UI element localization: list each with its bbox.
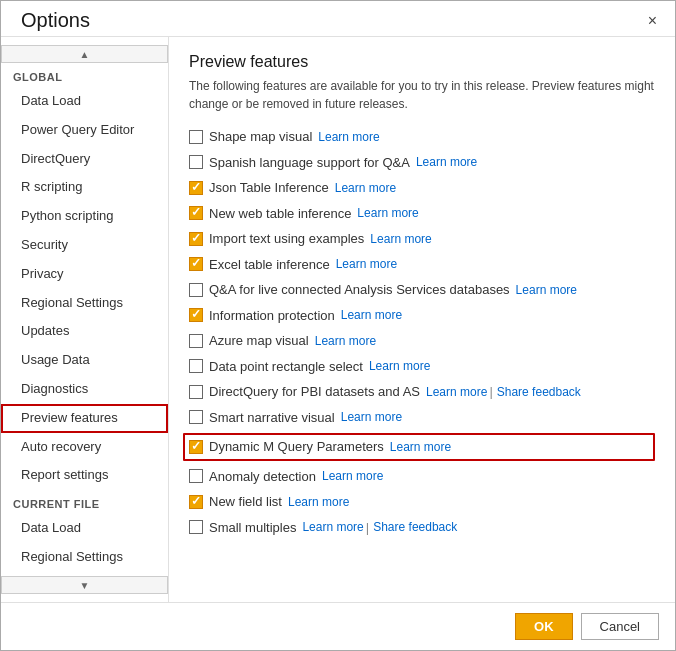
feature-item-spanish-qa: Spanish language support for Q&A Learn m… xyxy=(189,153,655,173)
feature-checkbox-import-text[interactable] xyxy=(189,232,203,246)
sidebar-item-usage-data[interactable]: Usage Data xyxy=(1,346,168,375)
feature-learn-more-azure-map[interactable]: Learn more xyxy=(315,332,376,350)
feature-label-directquery-pbi: DirectQuery for PBI datasets and AS xyxy=(209,382,420,402)
feature-item-json-table: Json Table Inference Learn more xyxy=(189,178,655,198)
sidebar-item-r-scripting[interactable]: R scripting xyxy=(1,173,168,202)
feature-feedback-small-multiples[interactable]: Share feedback xyxy=(373,518,457,536)
feature-learn-more-anomaly-detection[interactable]: Learn more xyxy=(322,467,383,485)
ok-button[interactable]: OK xyxy=(515,613,573,640)
sidebar-item-python-scripting[interactable]: Python scripting xyxy=(1,202,168,231)
feature-item-dynamic-m: Dynamic M Query Parameters Learn more xyxy=(183,433,655,461)
feature-label-small-multiples: Small multiples xyxy=(209,518,296,538)
feature-item-import-text: Import text using examples Learn more xyxy=(189,229,655,249)
feature-item-info-protection: Information protection Learn more xyxy=(189,306,655,326)
feature-label-shape-map: Shape map visual xyxy=(209,127,312,147)
feature-checkbox-data-point-rect[interactable] xyxy=(189,359,203,373)
feature-label-qna-live: Q&A for live connected Analysis Services… xyxy=(209,280,510,300)
feature-label-spanish-qa: Spanish language support for Q&A xyxy=(209,153,410,173)
dialog-body: ▲ GLOBAL Data Load Power Query Editor Di… xyxy=(1,36,675,602)
feature-checkbox-json-table[interactable] xyxy=(189,181,203,195)
feature-item-azure-map: Azure map visual Learn more xyxy=(189,331,655,351)
sidebar-item-privacy[interactable]: Privacy xyxy=(1,260,168,289)
sidebar-item-directquery[interactable]: DirectQuery xyxy=(1,145,168,174)
feature-learn-more-shape-map[interactable]: Learn more xyxy=(318,128,379,146)
sidebar-item-data-load-cf[interactable]: Data Load xyxy=(1,514,168,543)
feature-learn-more-dynamic-m[interactable]: Learn more xyxy=(390,438,451,456)
sidebar-global-label: GLOBAL xyxy=(1,63,168,87)
feature-item-smart-narrative: Smart narrative visual Learn more xyxy=(189,408,655,428)
feature-checkbox-new-field-list[interactable] xyxy=(189,495,203,509)
feature-feedback-directquery-pbi[interactable]: Share feedback xyxy=(497,383,581,401)
feature-checkbox-info-protection[interactable] xyxy=(189,308,203,322)
titlebar: Options × xyxy=(1,1,675,36)
dialog-footer: OK Cancel xyxy=(1,602,675,650)
feature-learn-more-info-protection[interactable]: Learn more xyxy=(341,306,402,324)
options-dialog: Options × ▲ GLOBAL Data Load Power Query… xyxy=(0,0,676,651)
feature-label-anomaly-detection: Anomaly detection xyxy=(209,467,316,487)
feature-learn-more-json-table[interactable]: Learn more xyxy=(335,179,396,197)
main-content: Preview features The following features … xyxy=(169,37,675,602)
feature-label-smart-narrative: Smart narrative visual xyxy=(209,408,335,428)
sidebar-current-file-label: CURRENT FILE xyxy=(1,490,168,514)
feature-checkbox-new-web-table[interactable] xyxy=(189,206,203,220)
feature-sep-directquery-pbi: | xyxy=(489,382,492,402)
feature-learn-more-qna-live[interactable]: Learn more xyxy=(516,281,577,299)
sidebar-item-diagnostics[interactable]: Diagnostics xyxy=(1,375,168,404)
sidebar-item-report-settings[interactable]: Report settings xyxy=(1,461,168,490)
sidebar-item-regional-settings[interactable]: Regional Settings xyxy=(1,289,168,318)
feature-learn-more-new-field-list[interactable]: Learn more xyxy=(288,493,349,511)
feature-learn-more-small-multiples[interactable]: Learn more xyxy=(302,518,363,536)
sidebar-item-auto-recovery-cf[interactable]: Auto recovery xyxy=(1,601,168,602)
feature-checkbox-dynamic-m[interactable] xyxy=(189,440,203,454)
feature-list: Shape map visual Learn more Spanish lang… xyxy=(189,127,655,537)
feature-item-anomaly-detection: Anomaly detection Learn more xyxy=(189,467,655,487)
feature-item-small-multiples: Small multiples Learn more | Share feedb… xyxy=(189,518,655,538)
feature-checkbox-azure-map[interactable] xyxy=(189,334,203,348)
main-description: The following features are available for… xyxy=(189,77,655,113)
feature-item-shape-map: Shape map visual Learn more xyxy=(189,127,655,147)
feature-sep-small-multiples: | xyxy=(366,518,369,538)
sidebar-item-power-query-editor[interactable]: Power Query Editor xyxy=(1,116,168,145)
feature-checkbox-excel-table[interactable] xyxy=(189,257,203,271)
feature-checkbox-smart-narrative[interactable] xyxy=(189,410,203,424)
dialog-title: Options xyxy=(21,9,90,32)
feature-item-new-field-list: New field list Learn more xyxy=(189,492,655,512)
feature-item-directquery-pbi: DirectQuery for PBI datasets and AS Lear… xyxy=(189,382,655,402)
feature-learn-more-new-web-table[interactable]: Learn more xyxy=(357,204,418,222)
sidebar-item-preview-features[interactable]: Preview features xyxy=(1,404,168,433)
feature-learn-more-import-text[interactable]: Learn more xyxy=(370,230,431,248)
feature-checkbox-anomaly-detection[interactable] xyxy=(189,469,203,483)
feature-item-new-web-table: New web table inference Learn more xyxy=(189,204,655,224)
close-button[interactable]: × xyxy=(642,10,663,32)
sidebar-scroll-down[interactable]: ▼ xyxy=(1,576,168,594)
feature-item-qna-live: Q&A for live connected Analysis Services… xyxy=(189,280,655,300)
feature-label-new-web-table: New web table inference xyxy=(209,204,351,224)
feature-label-excel-table: Excel table inference xyxy=(209,255,330,275)
main-title: Preview features xyxy=(189,53,655,71)
feature-item-excel-table: Excel table inference Learn more xyxy=(189,255,655,275)
feature-label-dynamic-m: Dynamic M Query Parameters xyxy=(209,437,384,457)
sidebar-item-data-load[interactable]: Data Load xyxy=(1,87,168,116)
sidebar: ▲ GLOBAL Data Load Power Query Editor Di… xyxy=(1,37,169,602)
feature-learn-more-smart-narrative[interactable]: Learn more xyxy=(341,408,402,426)
feature-checkbox-spanish-qa[interactable] xyxy=(189,155,203,169)
sidebar-item-updates[interactable]: Updates xyxy=(1,317,168,346)
feature-label-import-text: Import text using examples xyxy=(209,229,364,249)
feature-learn-more-excel-table[interactable]: Learn more xyxy=(336,255,397,273)
sidebar-item-regional-settings-cf[interactable]: Regional Settings xyxy=(1,543,168,572)
feature-checkbox-qna-live[interactable] xyxy=(189,283,203,297)
feature-learn-more-spanish-qa[interactable]: Learn more xyxy=(416,153,477,171)
feature-learn-more-data-point-rect[interactable]: Learn more xyxy=(369,357,430,375)
sidebar-item-security[interactable]: Security xyxy=(1,231,168,260)
feature-label-info-protection: Information protection xyxy=(209,306,335,326)
sidebar-scroll-up[interactable]: ▲ xyxy=(1,45,168,63)
feature-checkbox-directquery-pbi[interactable] xyxy=(189,385,203,399)
feature-learn-more-directquery-pbi[interactable]: Learn more xyxy=(426,383,487,401)
cancel-button[interactable]: Cancel xyxy=(581,613,659,640)
sidebar-item-auto-recovery[interactable]: Auto recovery xyxy=(1,433,168,462)
feature-item-data-point-rect: Data point rectangle select Learn more xyxy=(189,357,655,377)
feature-label-azure-map: Azure map visual xyxy=(209,331,309,351)
feature-checkbox-shape-map[interactable] xyxy=(189,130,203,144)
feature-checkbox-small-multiples[interactable] xyxy=(189,520,203,534)
feature-label-data-point-rect: Data point rectangle select xyxy=(209,357,363,377)
